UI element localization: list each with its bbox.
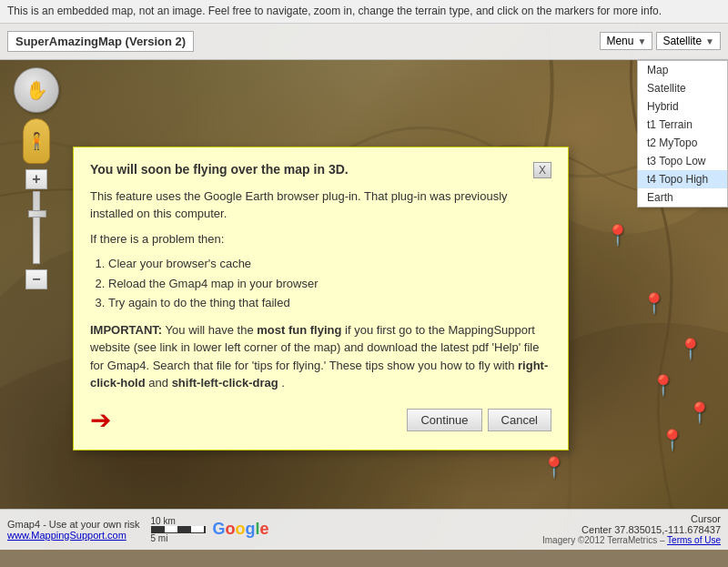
modal-header: You will soon be flying over the map in … bbox=[90, 162, 551, 178]
arrow-row: ➔ bbox=[90, 405, 401, 435]
modal-footer: ➔ Continue Cancel bbox=[90, 405, 551, 435]
important-bold3: shift-left-click-drag bbox=[172, 376, 278, 390]
top-info-bar: This is an embedded map, not an image. F… bbox=[0, 0, 728, 24]
continue-button[interactable]: Continue bbox=[407, 409, 481, 431]
modal-important: IMPORTANT: You will have the most fun fl… bbox=[90, 321, 551, 392]
red-arrow-icon: ➔ bbox=[90, 405, 111, 435]
modal-overlay: You will soon be flying over the map in … bbox=[0, 24, 728, 550]
modal-problem-intro: If there is a problem then: bbox=[90, 230, 551, 248]
modal-body-p1: This feature uses the Google Earth brows… bbox=[90, 187, 551, 223]
modal-step-2: Reload the Gmap4 map in your browser bbox=[108, 275, 551, 293]
important-label: IMPORTANT: bbox=[90, 323, 162, 337]
modal-step-3: Try again to do the thing that failed bbox=[108, 294, 551, 312]
modal-title: You will soon be flying over the map in … bbox=[90, 162, 349, 177]
modal-step-1: Clear your browser's cache bbox=[108, 255, 551, 273]
important-text3: and bbox=[148, 376, 171, 390]
top-info-text: This is an embedded map, not an image. F… bbox=[7, 5, 662, 17]
important-bold: most fun flying bbox=[257, 323, 341, 337]
cancel-button[interactable]: Cancel bbox=[488, 409, 551, 431]
modal-body: This feature uses the Google Earth brows… bbox=[90, 187, 551, 392]
modal-close-button[interactable]: X bbox=[533, 162, 551, 178]
modal-steps-list: Clear your browser's cache Reload the Gm… bbox=[108, 255, 551, 312]
important-text4: . bbox=[281, 376, 285, 390]
modal-dialog: You will soon be flying over the map in … bbox=[73, 147, 569, 451]
map-container[interactable]: SuperAmazingMap (Version 2) Menu ▼ Satel… bbox=[0, 24, 728, 550]
important-text: You will have the bbox=[166, 323, 258, 337]
